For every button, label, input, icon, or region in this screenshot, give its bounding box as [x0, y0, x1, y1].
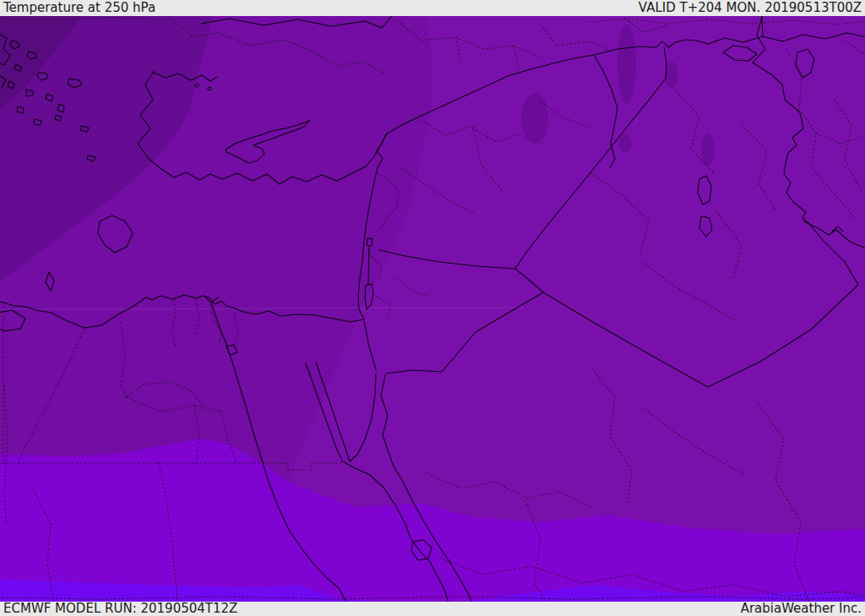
map-title: Temperature at 250 hPa	[3, 2, 155, 14]
model-run-label: ECMWF MODEL RUN: 20190504T12Z	[3, 602, 237, 615]
valid-time-label: VALID T+204 MON. 20190513T00Z	[639, 2, 862, 14]
cold-patch	[617, 25, 636, 104]
weather-map	[0, 16, 865, 602]
brand-label: ArabiaWeather Inc.	[741, 602, 862, 615]
cold-patch	[665, 62, 678, 89]
cold-patch	[618, 134, 632, 153]
top-title-bar: Temperature at 250 hPa VALID T+204 MON. …	[0, 0, 865, 16]
weather-map-screen: { "header": { "title": "Temperature at 2…	[0, 0, 865, 616]
bottom-status-bar: ECMWF MODEL RUN: 20190504T12Z ArabiaWeat…	[0, 602, 865, 616]
temperature-bands	[0, 16, 865, 602]
cold-patch	[701, 134, 715, 166]
cold-patch	[521, 93, 548, 144]
